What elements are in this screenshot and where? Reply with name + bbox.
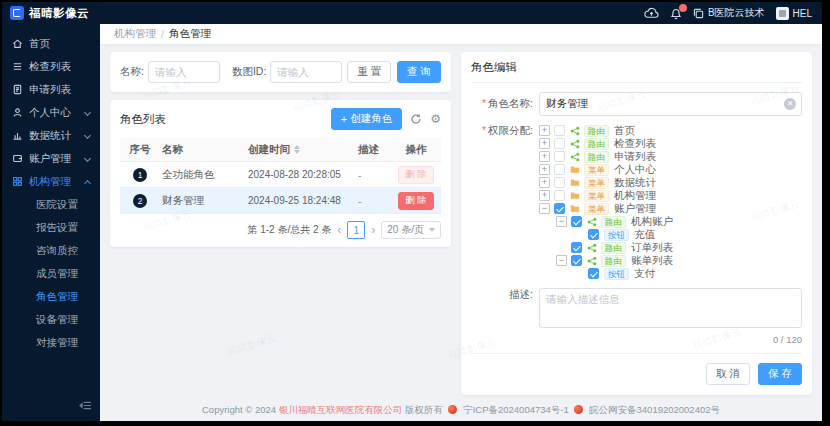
topbar: 福晴影像云 B医院云技术 HEL (2, 2, 822, 24)
col-index: 序号 (120, 143, 160, 157)
expand-icon[interactable] (539, 190, 550, 201)
police-record-link[interactable]: 皖公网安备34019202002402号 (589, 404, 720, 415)
checkbox-checked[interactable] (571, 242, 582, 253)
sidebar-subitem-device-mgmt[interactable]: 设备管理 (2, 308, 100, 331)
tree-node[interactable]: 按钮 支付 (539, 267, 802, 280)
sidebar-item-home[interactable]: 首页 (2, 32, 100, 55)
col-created[interactable]: 创建时间 (248, 143, 358, 157)
breadcrumb-parent[interactable]: 机构管理 (114, 27, 156, 41)
icp-link[interactable]: 宁ICP备2024004734号-1 (463, 404, 569, 415)
checkbox-unchecked[interactable] (554, 125, 565, 136)
row-index-badge: 1 (133, 168, 147, 182)
table-row[interactable]: 1 全功能角色 2024-08-28 20:28:05 - 删 除 (120, 162, 441, 188)
save-button[interactable]: 保 存 (758, 363, 802, 385)
page-number[interactable]: 1 (347, 221, 365, 239)
query-button[interactable]: 查 询 (397, 61, 441, 83)
role-list-title: 角色列表 (120, 112, 166, 127)
app-logo[interactable]: 福晴影像云 (10, 6, 102, 21)
delete-button[interactable]: 删 除 (398, 192, 434, 210)
sidebar-item-org-mgmt[interactable]: 机构管理 (2, 170, 100, 193)
checkbox-checked[interactable] (554, 203, 565, 214)
cloud-upload-icon[interactable] (644, 7, 659, 19)
tree-node-label: 机构账户 (631, 215, 673, 229)
checkbox-unchecked[interactable] (554, 164, 565, 175)
checkbox-unchecked[interactable] (554, 138, 565, 149)
collapse-icon[interactable] (539, 203, 550, 214)
user-menu[interactable]: HEL (776, 7, 812, 20)
description-textarea[interactable] (539, 288, 802, 328)
cancel-button[interactable]: 取 消 (706, 363, 750, 385)
next-page-icon[interactable]: › (371, 224, 375, 236)
sidebar-subitem-report-settings[interactable]: 报告设置 (2, 216, 100, 239)
route-icon (570, 152, 580, 162)
sidebar-subitem-role-mgmt[interactable]: 角色管理 (2, 285, 100, 308)
sidebar-subitem-integration-mgmt[interactable]: 对接管理 (2, 331, 100, 354)
copyright-prefix: Copyright © 2024 (202, 404, 276, 415)
collapse-icon[interactable] (556, 255, 567, 266)
sort-icon[interactable] (294, 145, 300, 154)
chevron-down-icon (85, 109, 92, 116)
col-desc: 描述 (358, 143, 392, 157)
page-size-select[interactable]: 20 条/页 (381, 221, 441, 239)
tree-node[interactable]: 菜单 机构管理 (539, 189, 802, 202)
type-tag: 路由 (584, 125, 609, 137)
checkbox-checked[interactable] (588, 268, 599, 279)
type-tag: 路由 (601, 242, 626, 254)
sidebar-collapse-icon[interactable] (79, 397, 92, 415)
tree-node[interactable]: 路由 订单列表 (539, 241, 802, 254)
sidebar-subitem-consult-qc[interactable]: 咨询质控 (2, 239, 100, 262)
refresh-icon[interactable] (410, 113, 422, 125)
sidebar-item-statistics[interactable]: 数据统计 (2, 124, 100, 147)
expand-icon[interactable] (539, 164, 550, 175)
tree-node[interactable]: 路由 申请列表 (539, 150, 802, 163)
checkbox-unchecked[interactable] (554, 151, 565, 162)
tree-node[interactable]: 路由 检查列表 (539, 137, 802, 150)
tree-node-label: 申请列表 (614, 150, 656, 164)
sidebar-item-apply-list[interactable]: 申请列表 (2, 78, 100, 101)
settings-gear-icon[interactable]: ⚙ (430, 113, 441, 125)
collapse-icon[interactable] (556, 216, 567, 227)
checkbox-unchecked[interactable] (554, 190, 565, 201)
expand-icon[interactable] (539, 177, 550, 188)
tree-node[interactable]: 菜单 数据统计 (539, 176, 802, 189)
create-role-button[interactable]: 创建角色 (331, 108, 402, 130)
company-name[interactable]: 银川福晴互联网医院有限公司 (279, 404, 403, 415)
tree-node[interactable]: 路由 账单列表 (539, 254, 802, 267)
sidebar-item-account-mgmt[interactable]: 账户管理 (2, 147, 100, 170)
prev-page-icon[interactable]: ‹ (337, 224, 341, 236)
tree-node[interactable]: 路由 首页 (539, 124, 802, 137)
name-filter-input[interactable] (148, 61, 220, 83)
sidebar-item-exam-list[interactable]: 检查列表 (2, 55, 100, 78)
type-tag: 菜单 (584, 177, 609, 189)
tree-node[interactable]: 按钮 充值 (539, 228, 802, 241)
route-icon (570, 139, 580, 149)
org-name: B医院云技术 (708, 6, 765, 20)
name-filter-label: 名称: (120, 65, 144, 79)
tree-node[interactable]: 路由 机构账户 (539, 215, 802, 228)
checkbox-checked[interactable] (571, 216, 582, 227)
tree-node-label: 检查列表 (614, 137, 656, 151)
sidebar-item-label: 申请列表 (29, 83, 92, 97)
clear-input-icon[interactable]: ✕ (784, 98, 796, 110)
type-tag: 菜单 (584, 164, 609, 176)
checkbox-checked[interactable] (588, 229, 599, 240)
checkbox-checked[interactable] (571, 255, 582, 266)
org-switcher[interactable]: B医院云技术 (693, 6, 765, 20)
sidebar-item-label: 检查列表 (29, 60, 92, 74)
tree-node[interactable]: 菜单 个人中心 (539, 163, 802, 176)
sidebar-subitem-hospital-settings[interactable]: 医院设置 (2, 193, 100, 216)
sidebar-item-personal-center[interactable]: 个人中心 (2, 101, 100, 124)
notification-bell-icon[interactable] (670, 7, 682, 20)
app-window: 福晴影像云 B医院云技术 HEL 首页 (2, 2, 822, 421)
reset-button[interactable]: 重 置 (347, 61, 391, 83)
expand-icon[interactable] (539, 151, 550, 162)
expand-icon[interactable] (539, 125, 550, 136)
sidebar-subitem-member-mgmt[interactable]: 成员管理 (2, 262, 100, 285)
table-row-selected[interactable]: 2 财务管理 2024-09-25 18:24:48 - 删 除 (120, 188, 441, 214)
tree-node[interactable]: 菜单 账户管理 (539, 202, 802, 215)
checkbox-unchecked[interactable] (554, 177, 565, 188)
id-filter-input[interactable] (270, 61, 342, 83)
breadcrumb-separator: / (161, 28, 164, 40)
expand-icon[interactable] (539, 138, 550, 149)
role-name-input[interactable] (539, 92, 802, 116)
